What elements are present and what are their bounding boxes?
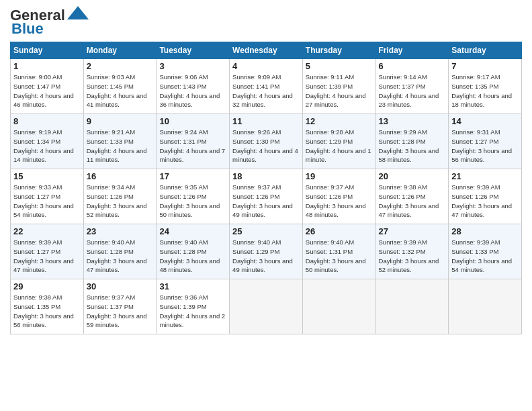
day-cell: 7Sunrise: 9:17 AMSunset: 1:35 PMDaylight…: [449, 59, 522, 114]
day-info: Sunrise: 9:21 AMSunset: 1:33 PMDaylight:…: [87, 128, 154, 165]
day-number: 1: [13, 61, 81, 71]
day-info: Sunrise: 9:11 AMSunset: 1:39 PMDaylight:…: [306, 73, 373, 109]
header: General Blue: [10, 7, 522, 38]
day-number: 5: [306, 61, 373, 71]
day-number: 8: [13, 116, 81, 126]
header-sunday: Sunday: [11, 42, 84, 59]
day-number: 26: [306, 226, 373, 236]
day-number: 4: [232, 61, 300, 71]
day-info: Sunrise: 9:03 AMSunset: 1:45 PMDaylight:…: [87, 73, 154, 109]
day-number: 2: [87, 61, 154, 71]
day-info: Sunrise: 9:28 AMSunset: 1:29 PMDaylight:…: [306, 128, 373, 165]
day-number: 25: [232, 226, 300, 236]
day-number: 17: [159, 171, 226, 181]
day-cell: 5Sunrise: 9:11 AMSunset: 1:39 PMDaylight…: [302, 59, 375, 114]
day-cell: 3Sunrise: 9:06 AMSunset: 1:43 PMDaylight…: [157, 59, 230, 114]
day-number: 21: [451, 171, 519, 181]
day-info: Sunrise: 9:40 AMSunset: 1:28 PMDaylight:…: [159, 238, 226, 275]
day-cell: 15Sunrise: 9:33 AMSunset: 1:27 PMDayligh…: [11, 169, 84, 224]
day-cell: [230, 279, 303, 334]
day-info: Sunrise: 9:29 AMSunset: 1:28 PMDaylight:…: [379, 128, 446, 165]
day-info: Sunrise: 9:38 AMSunset: 1:35 PMDaylight:…: [13, 293, 81, 330]
day-info: Sunrise: 9:38 AMSunset: 1:26 PMDaylight:…: [379, 183, 446, 220]
day-number: 20: [379, 171, 446, 181]
day-info: Sunrise: 9:31 AMSunset: 1:27 PMDaylight:…: [451, 128, 519, 165]
day-info: Sunrise: 9:17 AMSunset: 1:35 PMDaylight:…: [451, 73, 519, 109]
day-cell: 2Sunrise: 9:03 AMSunset: 1:45 PMDaylight…: [83, 59, 157, 114]
day-number: 29: [13, 281, 81, 291]
day-cell: 17Sunrise: 9:35 AMSunset: 1:26 PMDayligh…: [157, 169, 230, 224]
logo: General Blue: [10, 7, 89, 38]
day-cell: 31Sunrise: 9:36 AMSunset: 1:39 PMDayligh…: [157, 279, 230, 334]
day-number: 23: [87, 226, 154, 236]
day-info: Sunrise: 9:34 AMSunset: 1:26 PMDaylight:…: [87, 183, 154, 220]
day-cell: 8Sunrise: 9:19 AMSunset: 1:34 PMDaylight…: [11, 114, 84, 169]
day-cell: 4Sunrise: 9:09 AMSunset: 1:41 PMDaylight…: [230, 59, 303, 114]
day-cell: 21Sunrise: 9:39 AMSunset: 1:26 PMDayligh…: [449, 169, 522, 224]
day-number: 18: [232, 171, 300, 181]
svg-marker-0: [67, 6, 89, 19]
day-number: 12: [306, 116, 373, 126]
day-number: 13: [379, 116, 446, 126]
day-info: Sunrise: 9:35 AMSunset: 1:26 PMDaylight:…: [159, 183, 226, 220]
day-info: Sunrise: 9:39 AMSunset: 1:27 PMDaylight:…: [13, 238, 81, 275]
day-info: Sunrise: 9:26 AMSunset: 1:30 PMDaylight:…: [232, 128, 300, 165]
day-cell: 6Sunrise: 9:14 AMSunset: 1:37 PMDaylight…: [375, 59, 449, 114]
day-cell: 9Sunrise: 9:21 AMSunset: 1:33 PMDaylight…: [83, 114, 157, 169]
day-cell: 24Sunrise: 9:40 AMSunset: 1:28 PMDayligh…: [157, 224, 230, 279]
day-number: 9: [87, 116, 154, 126]
day-info: Sunrise: 9:37 AMSunset: 1:26 PMDaylight:…: [306, 183, 373, 220]
day-cell: 26Sunrise: 9:40 AMSunset: 1:31 PMDayligh…: [302, 224, 375, 279]
day-info: Sunrise: 9:19 AMSunset: 1:34 PMDaylight:…: [13, 128, 81, 165]
day-cell: 13Sunrise: 9:29 AMSunset: 1:28 PMDayligh…: [375, 114, 449, 169]
header-friday: Friday: [375, 42, 449, 59]
week-row-3: 15Sunrise: 9:33 AMSunset: 1:27 PMDayligh…: [11, 169, 522, 224]
day-cell: 28Sunrise: 9:39 AMSunset: 1:33 PMDayligh…: [449, 224, 522, 279]
week-row-4: 22Sunrise: 9:39 AMSunset: 1:27 PMDayligh…: [11, 224, 522, 279]
day-number: 31: [159, 281, 226, 291]
day-number: 6: [379, 61, 446, 71]
page-container: General Blue SundayMondayTuesdayWednesda…: [0, 0, 532, 341]
day-cell: 19Sunrise: 9:37 AMSunset: 1:26 PMDayligh…: [302, 169, 375, 224]
logo-blue: Blue: [11, 20, 44, 38]
day-cell: 14Sunrise: 9:31 AMSunset: 1:27 PMDayligh…: [449, 114, 522, 169]
day-info: Sunrise: 9:39 AMSunset: 1:32 PMDaylight:…: [379, 238, 446, 275]
day-info: Sunrise: 9:00 AMSunset: 1:47 PMDaylight:…: [13, 73, 81, 109]
day-info: Sunrise: 9:09 AMSunset: 1:41 PMDaylight:…: [232, 73, 300, 109]
day-cell: 20Sunrise: 9:38 AMSunset: 1:26 PMDayligh…: [375, 169, 449, 224]
day-cell: 22Sunrise: 9:39 AMSunset: 1:27 PMDayligh…: [11, 224, 84, 279]
day-number: 7: [451, 61, 519, 71]
day-cell: 1Sunrise: 9:00 AMSunset: 1:47 PMDaylight…: [11, 59, 84, 114]
day-info: Sunrise: 9:37 AMSunset: 1:37 PMDaylight:…: [87, 293, 154, 330]
logo-icon: [67, 6, 89, 19]
day-number: 14: [451, 116, 519, 126]
day-info: Sunrise: 9:06 AMSunset: 1:43 PMDaylight:…: [159, 73, 226, 109]
day-cell: 25Sunrise: 9:40 AMSunset: 1:29 PMDayligh…: [230, 224, 303, 279]
day-number: 30: [87, 281, 154, 291]
day-number: 15: [13, 171, 81, 181]
day-cell: 23Sunrise: 9:40 AMSunset: 1:28 PMDayligh…: [83, 224, 157, 279]
week-row-2: 8Sunrise: 9:19 AMSunset: 1:34 PMDaylight…: [11, 114, 522, 169]
header-row: SundayMondayTuesdayWednesdayThursdayFrid…: [11, 42, 522, 59]
day-cell: 11Sunrise: 9:26 AMSunset: 1:30 PMDayligh…: [230, 114, 303, 169]
header-saturday: Saturday: [449, 42, 522, 59]
day-info: Sunrise: 9:40 AMSunset: 1:28 PMDaylight:…: [87, 238, 154, 275]
day-info: Sunrise: 9:36 AMSunset: 1:39 PMDaylight:…: [159, 293, 226, 330]
day-cell: 29Sunrise: 9:38 AMSunset: 1:35 PMDayligh…: [11, 279, 84, 334]
day-number: 3: [159, 61, 226, 71]
day-cell: 18Sunrise: 9:37 AMSunset: 1:26 PMDayligh…: [230, 169, 303, 224]
day-number: 16: [87, 171, 154, 181]
day-number: 11: [232, 116, 300, 126]
day-cell: 27Sunrise: 9:39 AMSunset: 1:32 PMDayligh…: [375, 224, 449, 279]
day-info: Sunrise: 9:40 AMSunset: 1:29 PMDaylight:…: [232, 238, 300, 275]
header-monday: Monday: [83, 42, 157, 59]
day-cell: 10Sunrise: 9:24 AMSunset: 1:31 PMDayligh…: [157, 114, 230, 169]
header-thursday: Thursday: [302, 42, 375, 59]
day-number: 24: [159, 226, 226, 236]
day-info: Sunrise: 9:39 AMSunset: 1:33 PMDaylight:…: [451, 238, 519, 275]
day-cell: [302, 279, 375, 334]
day-info: Sunrise: 9:37 AMSunset: 1:26 PMDaylight:…: [232, 183, 300, 220]
header-wednesday: Wednesday: [230, 42, 303, 59]
day-cell: 30Sunrise: 9:37 AMSunset: 1:37 PMDayligh…: [83, 279, 157, 334]
day-info: Sunrise: 9:40 AMSunset: 1:31 PMDaylight:…: [306, 238, 373, 275]
